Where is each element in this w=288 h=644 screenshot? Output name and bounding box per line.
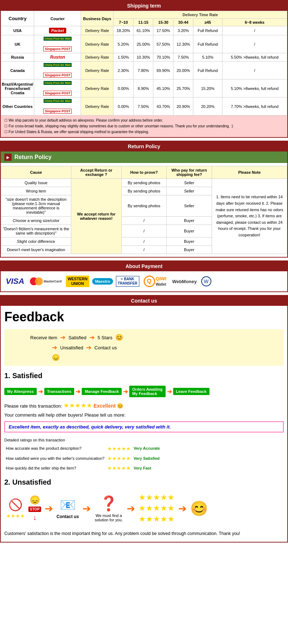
col-45: ≥45 <box>193 19 222 26</box>
stars-result-3: ★★★★★ <box>139 514 175 524</box>
western-union-logo: WESTERNUNION <box>66 276 89 287</box>
cell-2-1: 10.30% <box>133 53 153 62</box>
unsat-flow: 🚫 ★★★★ 😞 STOP ↓ ➔ 📧 Contact us ➔ ❓ We mu… <box>1 489 287 527</box>
rating-label-0: Very Accurate <box>132 444 161 454</box>
whopay-5: Buyer <box>167 237 212 246</box>
prove-3: / <box>121 217 167 225</box>
country-5: Other Countries <box>1 97 34 115</box>
shipping-section: Shipping term Country Courier Business D… <box>0 0 288 138</box>
cell-4-3: 25.70% <box>173 80 193 97</box>
question-mark-icon: ❓ <box>100 495 118 512</box>
col-15-30: 15-30 <box>153 19 174 26</box>
contact-us-label: Contact us <box>57 514 79 519</box>
return-header-label: Return Policy <box>14 154 51 160</box>
satisfied-title: 1. Satisfied <box>1 369 287 383</box>
step-manage-feedback[interactable]: Manage Feedback <box>82 388 122 395</box>
receive-item-label: Receive item <box>30 335 57 340</box>
whopay-header: Who pay for return shipping fee? <box>167 166 212 179</box>
courier-4: China Post Air MailSingapore POST <box>34 80 81 97</box>
return-cause-3: Choose a wrong size/color <box>1 217 71 225</box>
return-table: Cause Accept Return or exchange ? How to… <box>1 166 287 254</box>
happy-emoji: 😊 <box>115 334 123 341</box>
rate-text: Please rate this transaction: ★★★★★ Exce… <box>1 400 287 411</box>
return-policy-header: ▶ Return Policy <box>1 151 287 163</box>
cell-2-5: 5.50% >8weeks, full refund <box>222 53 287 62</box>
step-orders-awaiting[interactable]: Orders AwaitingMy Feedback <box>129 386 165 397</box>
return-icon: ▶ <box>4 154 12 161</box>
step-leave-feedback[interactable]: Leave Feedback <box>173 388 210 395</box>
arrow-3: ➔ <box>52 344 57 352</box>
question-icon-group: ❓ We must find a solution for you. <box>94 495 123 522</box>
china-post-logo: China Post Air Mail <box>44 99 72 103</box>
prove-6: / <box>121 246 167 254</box>
payment-title: About Payment <box>1 261 287 271</box>
feedback-flow: Receive item ➔ Satisfied ➔ 5 Stars 😊 ➔ U… <box>9 334 279 362</box>
maestro-logo: Maestro <box>92 278 113 285</box>
stars-bottom: ★★★★ <box>6 513 25 519</box>
cell-4-5: 5.10% >8weeks, full refund <box>222 80 287 97</box>
cell-5-3: 20.90% <box>173 97 193 115</box>
whopay-2: Seller <box>167 195 212 217</box>
china-post-logo: China Post Air Mail <box>44 81 72 85</box>
detailed-ratings: Detailed ratings on this transaction How… <box>1 435 287 475</box>
shipping-note: ☐ For cross-broad trade, shipping may sl… <box>4 123 284 129</box>
stop-arrow: ↓ <box>33 513 37 522</box>
cell-1-4: Full Refund <box>193 35 222 53</box>
col-30-44: 30-44 <box>173 19 193 26</box>
return-section: Return Policy ▶ Return Policy Cause Acce… <box>0 141 288 258</box>
cell-4-0: 0.00% <box>113 80 134 97</box>
delivery-rate-0: Delivery Rate <box>81 26 113 35</box>
shipping-title: Shipping term <box>1 1 287 11</box>
delivery-rate-4: Delivery Rate <box>81 80 113 97</box>
cell-0-0: 18.20% <box>113 26 134 35</box>
smiley-result: 😊 <box>190 500 208 517</box>
return-cause-2: "size doesn't match the description (ple… <box>1 195 71 217</box>
whopay-3: Buyer <box>167 217 212 225</box>
stop-sign-group: 😞 STOP ↓ <box>28 495 41 522</box>
cell-3-5: / <box>222 62 287 80</box>
cell-5-1: 7.50% <box>133 97 153 115</box>
singapore-post-logo: Singapore POST <box>43 46 72 51</box>
courier-2: Ruston <box>34 53 81 62</box>
country-2: Russia <box>1 53 34 62</box>
visa-logo: VISA <box>4 276 26 287</box>
ratings-table: How accurate was the product description… <box>4 444 161 473</box>
country-0: USA <box>1 26 34 35</box>
step-transactions[interactable]: Transactions <box>44 388 75 395</box>
shipping-table: Country Courier Business Days Delivery T… <box>1 11 287 115</box>
cell-3-3: 20.00% <box>173 62 193 80</box>
country-1: UK <box>1 35 34 53</box>
cause-header: Cause <box>1 166 71 179</box>
rating-question-1: How satisfied were you with the seller's… <box>4 454 106 463</box>
singapore-post-logo: Singapore POST <box>43 73 72 78</box>
ruston-logo: Ruston <box>50 55 65 60</box>
cell-3-2: 69.90% <box>153 62 174 80</box>
detailed-title: Detailed ratings on this transaction <box>4 437 284 444</box>
cell-0-2: 17.50% <box>153 26 174 35</box>
stars-label: 5 Stars <box>98 335 112 340</box>
rating-stars-2: ★★★★★ <box>106 463 132 473</box>
feedback-box: Receive item ➔ Satisfied ➔ 5 Stars 😊 ➔ U… <box>4 329 284 366</box>
cell-2-3: 7.50% <box>173 53 193 62</box>
email-icon: 📧 <box>60 498 76 513</box>
unsat-arrow-1: ➔ <box>45 503 53 514</box>
courier-0: Packet <box>34 26 81 35</box>
unsatisfied-title: 2. Unsatisfied <box>1 475 287 489</box>
cell-0-3: 3.20% <box>173 26 193 35</box>
cell-2-0: 1.50% <box>113 53 134 62</box>
cell-1-0: 5.20% <box>113 35 134 53</box>
step-my-aliexpress[interactable]: My Aliexpress <box>4 388 37 395</box>
sample-review: Excellent item, exactly as described, qu… <box>4 421 284 432</box>
shipping-notes: ☐ We ship parcels to your default addres… <box>1 115 287 137</box>
rating-question-2: How quickly did the seller ship the item… <box>4 463 106 473</box>
return-notes-cell: 1. Items need to be returned within 14 d… <box>212 179 287 254</box>
rating-label-2: Very Fast <box>132 463 161 473</box>
note-header: Please Note <box>212 166 287 179</box>
cell-5-2: 43.70% <box>153 97 174 115</box>
prove-5: / <box>121 237 167 246</box>
step-arrow-4: ➔ <box>167 388 172 395</box>
whopay-4: Buyer <box>167 225 212 237</box>
col-7-10: 7~10 <box>113 19 134 26</box>
delivery-time-header: Delivery Time Rate <box>113 11 287 19</box>
comment-text: Your comments will help other buyers! Pl… <box>1 411 287 419</box>
